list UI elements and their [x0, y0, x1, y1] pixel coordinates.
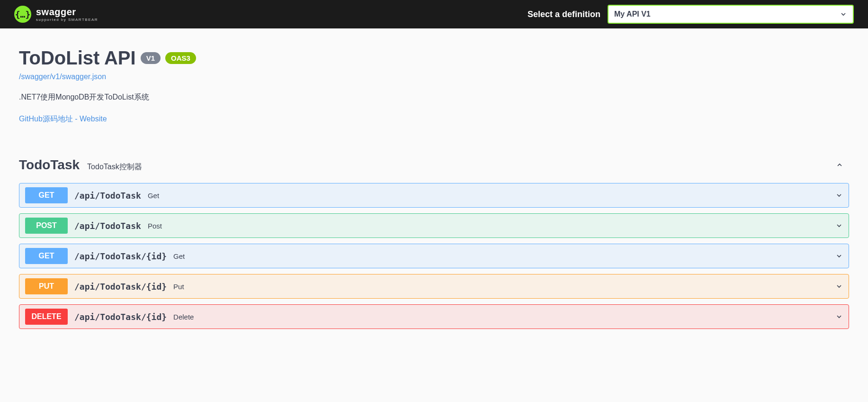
operation-row[interactable]: DELETE/api/TodoTask/{id}Delete — [19, 304, 849, 329]
topbar: {…} swagger supported by SMARTBEAR Selec… — [0, 0, 868, 28]
method-badge: POST — [25, 218, 68, 234]
operation-path: /api/TodoTask/{id} — [74, 282, 167, 292]
method-badge: GET — [25, 187, 68, 203]
operation-path: /api/TodoTask — [74, 191, 141, 201]
spec-link[interactable]: /swagger/v1/swagger.json — [19, 73, 849, 81]
chevron-down-icon — [835, 192, 843, 199]
operation-left: PUT/api/TodoTask/{id}Put — [25, 278, 184, 294]
operation-path: /api/TodoTask/{id} — [74, 312, 167, 322]
method-badge: GET — [25, 248, 68, 264]
tag-section: TodoTask TodoTask控制器 GET/api/TodoTaskGet… — [19, 153, 849, 329]
swagger-logo-icon: {…} — [14, 6, 31, 23]
operation-summary: Get — [148, 192, 159, 200]
content: ToDoList API V1 OAS3 /swagger/v1/swagger… — [0, 28, 868, 348]
operation-summary: Delete — [173, 313, 194, 321]
logo-text: swagger supported by SMARTBEAR — [36, 7, 98, 22]
definition-select[interactable]: My API V1 — [608, 5, 854, 24]
tag-header-left: TodoTask TodoTask控制器 — [19, 157, 142, 173]
method-badge: DELETE — [25, 309, 68, 325]
operation-left: GET/api/TodoTask/{id}Get — [25, 248, 185, 264]
operation-row[interactable]: POST/api/TodoTaskPost — [19, 213, 849, 238]
operation-path: /api/TodoTask — [74, 221, 141, 231]
contact-links: GitHub源码地址 - Website — [19, 114, 849, 124]
api-title-row: ToDoList API V1 OAS3 — [19, 47, 849, 69]
chevron-down-icon — [835, 313, 843, 320]
contact-website-link[interactable]: GitHub源码地址 - Website — [19, 115, 107, 123]
logo-main: swagger — [36, 7, 98, 18]
operation-row[interactable]: GET/api/TodoTask/{id}Get — [19, 244, 849, 268]
tag-desc: TodoTask控制器 — [87, 162, 142, 172]
operation-summary: Post — [148, 222, 162, 230]
operation-path: /api/TodoTask/{id} — [74, 251, 167, 261]
chevron-down-icon — [835, 283, 843, 290]
chevron-down-icon — [835, 252, 843, 260]
operation-summary: Get — [173, 252, 185, 260]
operation-summary: Put — [173, 283, 184, 291]
operation-row[interactable]: PUT/api/TodoTask/{id}Put — [19, 274, 849, 299]
tag-header[interactable]: TodoTask TodoTask控制器 — [19, 153, 849, 177]
oas-badge: OAS3 — [165, 52, 196, 64]
api-description: .NET7使用MongoDB开发ToDoList系统 — [19, 92, 849, 102]
operation-row[interactable]: GET/api/TodoTaskGet — [19, 183, 849, 208]
definition-select-value: My API V1 — [614, 10, 651, 18]
method-badge: PUT — [25, 278, 68, 294]
chevron-down-icon — [835, 222, 843, 229]
definition-selector: Select a definition My API V1 — [528, 5, 854, 24]
version-badge: V1 — [141, 52, 161, 64]
tag-name: TodoTask — [19, 157, 80, 173]
api-title: ToDoList API — [19, 47, 136, 69]
definition-label: Select a definition — [528, 9, 600, 19]
operation-left: POST/api/TodoTaskPost — [25, 218, 162, 234]
chevron-down-icon — [840, 10, 847, 18]
operation-left: GET/api/TodoTaskGet — [25, 187, 159, 203]
operations-list: GET/api/TodoTaskGetPOST/api/TodoTaskPost… — [19, 183, 849, 329]
chevron-up-icon — [836, 161, 843, 169]
operation-left: DELETE/api/TodoTask/{id}Delete — [25, 309, 194, 325]
logo-sub: supported by SMARTBEAR — [36, 18, 98, 22]
logo[interactable]: {…} swagger supported by SMARTBEAR — [14, 6, 98, 23]
